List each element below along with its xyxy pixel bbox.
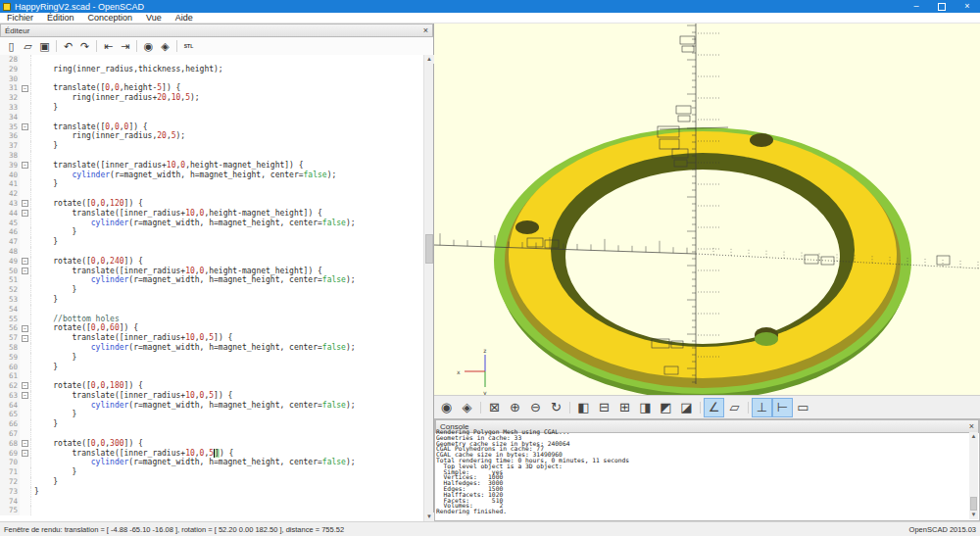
code-line[interactable]: 65 } [0,410,423,419]
undo-icon[interactable]: ↶ [60,39,76,54]
show-crosshair-icon[interactable]: ▭ [793,398,813,417]
fold-marker-icon[interactable]: − [22,85,28,92]
fold-marker-icon[interactable]: − [22,325,28,332]
fold-marker-icon[interactable]: − [22,162,28,169]
code-line[interactable]: 55 //bottom holes [0,315,423,324]
code-line[interactable]: 52 } [0,285,423,295]
console-scroll-down-icon[interactable]: ▼ [969,511,978,519]
view-bottom-icon[interactable]: ⊞ [614,398,635,417]
code-line[interactable]: 68− rotate([0,0,300]) { [0,439,423,449]
fold-marker-icon[interactable]: − [22,200,28,207]
reset-view-icon[interactable]: ↻ [546,398,566,417]
code-line[interactable]: 53 } [0,295,423,305]
view-right-icon[interactable]: ◧ [573,398,594,417]
view-front-icon[interactable]: ◩ [656,398,676,417]
code-line[interactable]: 40 cylinder(r=magnet_width, h=magnet_hei… [0,171,423,180]
code-line[interactable]: 63− translate([inner_radius+10,0,5]) { [0,391,423,401]
zoom-all-icon[interactable]: ⊠ [484,398,505,417]
orthogonal-icon[interactable]: ▱ [724,398,745,417]
close-button[interactable]: × [955,0,980,13]
fold-gutter[interactable]: − [20,83,31,93]
view-top-icon[interactable]: ⊟ [594,398,614,417]
code-line[interactable]: 28 [0,55,423,65]
fold-marker-icon[interactable]: − [22,335,28,342]
code-line[interactable]: 48 [0,247,423,257]
render-icon[interactable]: ◈ [457,398,477,417]
code-line[interactable]: 42 [0,189,423,199]
code-line[interactable]: 57− translate([inner_radius+10,0,5]) { [0,333,423,343]
console-close-icon[interactable]: × [969,421,974,431]
code-line[interactable]: 38 [0,151,423,161]
fold-gutter[interactable]: − [20,161,31,171]
console-log[interactable]: Rendering Polygon Mesh using CGAL...Geom… [436,429,969,519]
code-line[interactable]: 59 } [0,353,423,363]
view-back-icon[interactable]: ◪ [676,398,697,417]
fold-gutter[interactable]: − [20,333,31,343]
view-left-icon[interactable]: ◨ [635,398,656,417]
console-scroll-up-icon[interactable]: ▲ [969,432,978,441]
fold-gutter[interactable]: − [20,199,31,209]
zoom-out-icon[interactable]: ⊖ [525,398,546,417]
fold-marker-icon[interactable]: − [22,382,28,389]
indent-icon[interactable]: ⇥ [117,39,133,54]
show-axes-icon[interactable]: ⊥ [752,398,772,417]
fold-gutter[interactable]: − [20,439,31,449]
code-line[interactable]: 73} [0,487,423,497]
code-line[interactable]: 75 [0,506,423,515]
zoom-in-icon[interactable]: ⊕ [505,398,525,417]
editor-scroll-thumb[interactable] [425,234,433,264]
code-line[interactable]: 45 cylinder(r=magnet_width, h=magnet_hei… [0,219,423,228]
console-scroll-thumb[interactable] [970,497,977,511]
code-line[interactable]: 67 [0,429,423,439]
code-line[interactable]: 66 } [0,419,423,429]
code-line[interactable]: 35− translate([0,0,0]) { [0,122,423,132]
code-line[interactable]: 60 } [0,363,423,372]
fold-gutter[interactable]: − [20,122,31,132]
fold-marker-icon[interactable]: − [22,258,28,265]
code-line[interactable]: 37 } [0,141,423,151]
maximize-button[interactable] [929,0,955,13]
unindent-icon[interactable]: ⇤ [100,39,117,54]
fold-marker-icon[interactable]: − [22,268,28,274]
code-line[interactable]: 43− rotate([0,0,120]) { [0,199,423,209]
code-line[interactable]: 49− rotate([0,0,240]) { [0,257,423,267]
code-line[interactable]: 70 cylinder(r=magnet_width, h=magnet_hei… [0,458,423,467]
code-line[interactable]: 33 } [0,103,423,113]
code-line[interactable]: 58 cylinder(r=magnet_width, h=magnet_hei… [0,343,423,353]
preview-icon[interactable]: ◉ [436,398,457,417]
fold-marker-icon[interactable]: − [22,123,28,130]
minimize-button[interactable]: – [904,0,929,13]
fold-gutter[interactable]: − [20,257,31,267]
code-line[interactable]: 32 ring(inner_radius+20,10,5); [0,93,423,103]
code-editor[interactable]: 2829 ring(inner_radius,thickness,height)… [0,55,423,521]
editor-panel-header[interactable]: Éditeur × [0,24,433,37]
code-line[interactable]: 74 [0,497,423,507]
console-scrollbar[interactable]: ▲ ▼ [969,432,978,519]
code-line[interactable]: 47 } [0,237,423,247]
code-line[interactable]: 54 [0,305,423,315]
save-file-icon[interactable]: ▣ [36,39,53,54]
code-line[interactable]: 46 } [0,227,423,237]
code-line[interactable]: 64 cylinder(r=magnet_width, h=magnet_hei… [0,401,423,411]
menu-item-fichier[interactable]: Fichier [0,13,40,24]
menu-item-vue[interactable]: Vue [139,13,169,24]
code-line[interactable]: 72 } [0,477,423,487]
editor-close-icon[interactable]: × [423,25,428,35]
fold-gutter[interactable]: − [20,323,31,333]
fold-gutter[interactable]: − [20,449,31,459]
fold-gutter[interactable]: − [20,267,31,276]
preview-icon[interactable]: ◉ [140,39,157,54]
code-line[interactable]: 34 [0,113,423,122]
code-line[interactable]: 69− translate([inner_radius+10,0,5]) { [0,449,423,459]
code-line[interactable]: 71 } [0,467,423,477]
fold-marker-icon[interactable]: − [22,392,28,399]
code-line[interactable]: 51 cylinder(r=magnet_width, h=magnet_hei… [0,275,423,285]
scroll-up-icon[interactable]: ▲ [424,55,434,64]
scroll-down-icon[interactable]: ▼ [424,512,434,521]
fold-gutter[interactable]: − [20,209,31,219]
code-line[interactable]: 44− translate([inner_radius+10,0,height-… [0,209,423,219]
code-line[interactable]: 62− rotate([0,0,180]) { [0,381,423,391]
menu-item-conception[interactable]: Conception [81,13,140,24]
code-line[interactable]: 30 [0,74,423,84]
show-scale-icon[interactable]: ⊢ [772,398,793,417]
